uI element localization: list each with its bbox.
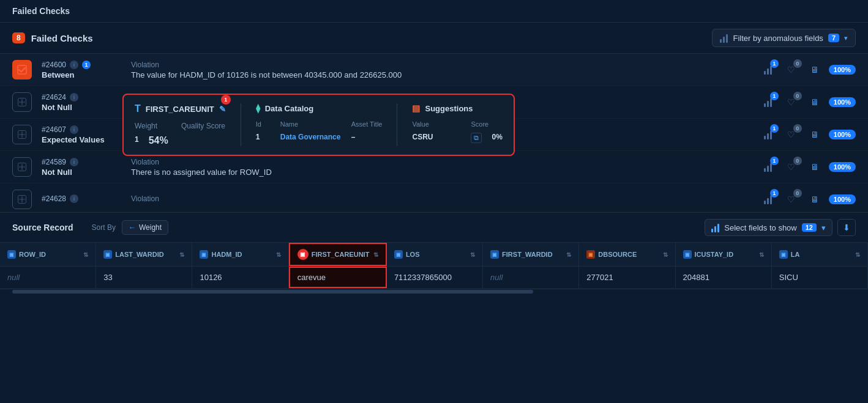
page-title-bar: Failed Checks bbox=[0, 0, 868, 23]
heart-action-button[interactable]: ♡ 0 bbox=[782, 190, 801, 209]
sort-arrows-icon[interactable]: ⇅ bbox=[663, 251, 668, 258]
cell-value: null bbox=[490, 273, 503, 282]
col-type-icon: ▣ bbox=[200, 250, 208, 259]
col-type-icon: ▣ bbox=[394, 250, 403, 259]
monitor-icon: 🖥 bbox=[810, 194, 819, 204]
edit-icon[interactable]: ✎ bbox=[219, 105, 226, 114]
violation-block: Violation bbox=[131, 194, 159, 204]
info-icon[interactable]: i bbox=[70, 158, 78, 166]
chart-action-button[interactable]: 1 bbox=[759, 93, 777, 111]
heart-action-button[interactable]: ♡ 0 bbox=[782, 158, 801, 176]
info-icon[interactable]: i bbox=[70, 93, 78, 102]
check-id-block: #24607 i Expected Values bbox=[42, 125, 121, 144]
heart-action-button[interactable]: ♡ 0 bbox=[782, 61, 801, 79]
download-button[interactable]: ⬇ bbox=[837, 219, 856, 236]
violation-text: There is no assigned value for ROW_ID bbox=[131, 168, 272, 177]
download-icon: ⬇ bbox=[843, 223, 850, 232]
sort-arrows-icon[interactable]: ⇅ bbox=[855, 251, 860, 258]
page-title: Failed Checks bbox=[12, 6, 70, 16]
tooltip-suggestions-section: ▤ Suggestions Value Score CSRU ⧉ 0% bbox=[412, 103, 502, 146]
check-icon-inactive bbox=[12, 125, 32, 144]
col-type-icon: ▣ bbox=[7, 250, 16, 259]
asset-title-col-header: Asset Title bbox=[351, 120, 383, 128]
col-name: FIRST_CAREUNIT bbox=[312, 251, 370, 258]
chart-action-button[interactable]: 1 bbox=[759, 158, 777, 176]
monitor-action-button[interactable]: 🖥 bbox=[806, 61, 824, 79]
monitor-action-button[interactable]: 🖥 bbox=[806, 125, 824, 144]
cell-dbsource: 277021 bbox=[579, 267, 675, 288]
heart-action-button[interactable]: ♡ 0 bbox=[782, 93, 801, 111]
cell-first-careunit: carevue bbox=[289, 267, 387, 288]
select-fields-label: Select fields to show bbox=[724, 223, 797, 232]
tooltip-catalog-header: ⧫ Data Catalog bbox=[256, 103, 383, 113]
col-name: HADM_ID bbox=[211, 251, 242, 258]
sort-arrows-icon[interactable]: ⇅ bbox=[566, 251, 571, 258]
cell-hadm-id: 10126 bbox=[192, 267, 288, 288]
monitor-action-button[interactable]: 🖥 bbox=[806, 190, 824, 209]
monitor-icon: 🖥 bbox=[810, 162, 819, 172]
heart-badge: 0 bbox=[793, 189, 802, 198]
info-icon[interactable]: i bbox=[70, 125, 78, 134]
sort-arrows-icon[interactable]: ⇅ bbox=[276, 251, 281, 258]
pct-badge: 100% bbox=[829, 194, 856, 204]
sort-arrows-icon[interactable]: ⇅ bbox=[179, 251, 184, 258]
sort-arrows-icon[interactable]: ⇅ bbox=[83, 251, 88, 258]
monitor-icon: 🖥 bbox=[810, 97, 819, 107]
info-icon[interactable]: i bbox=[70, 61, 78, 69]
data-table: ▣ ROW_ID ⇅ ▣ LAST_WARDID ⇅ ▣ HADM_ID ⇅ ▣… bbox=[0, 243, 868, 289]
tooltip-suggestions-headers: Value Score bbox=[412, 120, 502, 128]
copy-icon[interactable]: ⧉ bbox=[471, 133, 482, 143]
chart-badge: 1 bbox=[770, 59, 779, 68]
check-id: #24624 bbox=[42, 93, 66, 102]
suggestion-value: CSRU bbox=[412, 133, 461, 143]
suggestions-icon: ▤ bbox=[412, 103, 420, 113]
arrow-left-icon: ← bbox=[129, 223, 136, 232]
heart-badge: 0 bbox=[793, 124, 802, 133]
source-record-actions: Select fields to show 12 ▾ ⬇ bbox=[705, 219, 856, 236]
horizontal-scrollbar[interactable] bbox=[0, 289, 868, 294]
sort-arrows-icon[interactable]: ⇅ bbox=[759, 251, 764, 258]
pct-badge: 100% bbox=[829, 162, 856, 172]
select-fields-button[interactable]: Select fields to show 12 ▾ bbox=[705, 219, 832, 236]
cell-row-id: null bbox=[0, 267, 96, 288]
col-name: ROW_ID bbox=[19, 251, 46, 258]
check-row-actions: 1 ♡ 0 🖥 100% bbox=[759, 190, 856, 209]
id-col-header: Id bbox=[256, 120, 271, 128]
bottom-area: T FIRST_CAREUNIT ✎ 1 Weight Quality Scor… bbox=[0, 213, 868, 294]
chart-action-button[interactable]: 1 bbox=[759, 190, 777, 209]
sort-arrows-icon[interactable]: ⇅ bbox=[373, 251, 378, 258]
monitor-action-button[interactable]: 🖥 bbox=[806, 158, 824, 176]
check-id: #24600 bbox=[42, 61, 66, 69]
chart-action-button[interactable]: 1 bbox=[759, 125, 777, 144]
info-icon[interactable]: i bbox=[70, 194, 78, 203]
monitor-action-button[interactable]: 🖥 bbox=[806, 93, 824, 111]
check-id-block: #24600 i 1 Between bbox=[42, 61, 121, 79]
check-row[interactable]: #24600 i 1 Between Violation The value f… bbox=[0, 54, 868, 86]
heart-badge: 0 bbox=[793, 157, 802, 165]
col-highlight-icon: ▣ bbox=[297, 249, 309, 260]
heart-action-button[interactable]: ♡ 0 bbox=[782, 125, 801, 144]
notif-wrapper: ✎ 1 bbox=[219, 105, 226, 114]
chart-badge: 1 bbox=[770, 92, 779, 100]
sort-arrows-icon[interactable]: ⇅ bbox=[470, 251, 475, 258]
scrollbar-thumb[interactable] bbox=[12, 290, 533, 294]
tooltip-suggestions-title: Suggestions bbox=[425, 104, 473, 113]
monitor-icon: 🖥 bbox=[810, 65, 819, 75]
table-header-row: ▣ ROW_ID ⇅ ▣ LAST_WARDID ⇅ ▣ HADM_ID ⇅ ▣… bbox=[0, 243, 868, 267]
filter-anomalous-button[interactable]: Filter by anomalous fields 7 ▾ bbox=[712, 29, 856, 47]
failed-checks-header: 8 Failed Checks Filter by anomalous fiel… bbox=[0, 23, 868, 54]
tooltip-weight-row: Weight Quality Score bbox=[135, 122, 226, 130]
quality-score-value: 54% bbox=[149, 135, 168, 146]
violation-text: The value for HADM_ID of 10126 is not be… bbox=[131, 70, 402, 79]
cell-la: SICU bbox=[772, 267, 868, 288]
sort-weight-button[interactable]: ← Weight bbox=[122, 220, 168, 235]
chart-action-button[interactable]: 1 bbox=[759, 61, 777, 79]
pct-badge: 100% bbox=[829, 97, 856, 107]
score-col-header: Score bbox=[471, 120, 488, 128]
cell-los: 7112337865000 bbox=[387, 267, 483, 288]
check-row[interactable]: #24628 i Violation 1 ♡ 0 🖥 100% bbox=[0, 183, 868, 212]
col-header-icustay-id: ▣ ICUSTAY_ID ⇅ bbox=[676, 243, 772, 266]
col-header-first-careunit: ▣ FIRST_CAREUNIT ⇅ bbox=[289, 243, 387, 266]
tooltip-divider-2 bbox=[397, 103, 397, 146]
col-name: ICUSTAY_ID bbox=[695, 251, 734, 258]
